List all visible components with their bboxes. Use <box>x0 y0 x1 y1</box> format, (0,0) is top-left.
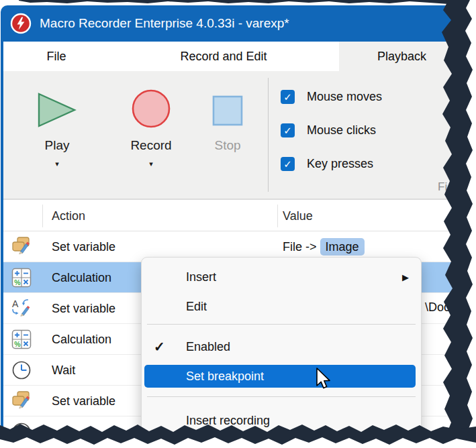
play-icon[interactable] <box>37 93 77 129</box>
calculation-icon: % <box>10 328 33 351</box>
column-divider[interactable] <box>277 205 278 227</box>
record-button[interactable]: Record <box>123 138 179 153</box>
mouse-cursor-icon <box>316 368 333 392</box>
tab-record-and-edit[interactable]: Record and Edit <box>134 42 314 71</box>
stop-icon <box>212 95 243 126</box>
menu-separator <box>147 324 416 325</box>
value-cell-partial: \Doc <box>425 300 450 315</box>
action-cell: Calculation <box>52 324 111 355</box>
window-left-border <box>1 42 3 440</box>
svg-text:%: % <box>14 278 21 286</box>
ribbon-tab-bar: File Record and Edit Playback <box>1 42 465 71</box>
value-token-image[interactable]: Image <box>320 238 365 256</box>
table-header: Action Value <box>3 201 465 231</box>
action-cell: Wait <box>52 355 75 386</box>
ribbon-group-label: Fi <box>438 180 447 194</box>
title-bar[interactable]: Macro Recorder Enterprise 4.0.33i - vare… <box>1 5 465 42</box>
tab-file[interactable]: File <box>13 42 100 71</box>
menu-item-enabled[interactable]: ✓ Enabled <box>142 333 421 361</box>
checkmark-icon: ✓ <box>154 333 165 361</box>
window-title: Macro Recorder Enterprise 4.0.33i - vare… <box>40 16 289 31</box>
menu-separator <box>147 396 416 397</box>
mouse-moves-checkbox[interactable]: ✓ <box>281 90 295 104</box>
mouse-moves-label[interactable]: Mouse moves <box>307 90 382 104</box>
value-prefix: File -> <box>283 240 320 254</box>
menu-item-edit[interactable]: Edit <box>142 292 421 321</box>
action-cell: Set variable <box>52 293 115 324</box>
menu-item-insert[interactable]: Insert ▶ <box>142 263 421 291</box>
calculation-icon: % <box>10 266 33 289</box>
wait-icon <box>10 359 33 382</box>
submenu-arrow-icon: ▶ <box>402 264 409 292</box>
menu-item-label: Set breakpoint <box>186 365 264 388</box>
menu-item-set-breakpoint[interactable]: Set breakpoint <box>144 365 416 388</box>
record-dropdown-arrow[interactable]: ▾ <box>144 160 158 168</box>
menu-item-label: Insert <box>186 263 216 291</box>
wait-icon <box>10 421 33 443</box>
action-cell: Calculation <box>52 262 111 293</box>
action-cell: Set variable <box>52 231 115 262</box>
stop-button: Stop <box>207 138 248 153</box>
menu-item-label: Insert recording <box>186 406 270 435</box>
ribbon-group-divider <box>268 78 269 192</box>
app-logo-icon <box>10 13 32 34</box>
svg-text:%: % <box>14 340 21 348</box>
mouse-clicks-checkbox[interactable]: ✓ <box>281 123 295 137</box>
context-menu: Insert ▶ Edit ✓ Enabled Set breakpoint I… <box>141 257 422 440</box>
menu-item-label: Enabled <box>186 333 230 361</box>
action-cell: Set variable <box>52 386 115 416</box>
play-button[interactable]: Play <box>36 138 79 153</box>
key-presses-label[interactable]: Key presses <box>307 157 373 171</box>
set-variable-icon <box>10 390 33 412</box>
set-variable-text-icon: A <box>10 297 33 320</box>
menu-item-insert-recording[interactable]: Insert recording <box>142 406 421 435</box>
column-header-value[interactable]: Value <box>283 201 313 231</box>
svg-text:A: A <box>12 298 19 309</box>
set-variable-icon <box>10 235 33 258</box>
play-dropdown-arrow[interactable]: ▾ <box>50 160 64 168</box>
screenshot-canvas: Macro Recorder Enterprise 4.0.33i - vare… <box>0 0 476 448</box>
tab-playback[interactable]: Playback <box>339 42 465 71</box>
menu-item-label: Edit <box>186 292 207 321</box>
column-divider[interactable] <box>42 205 43 227</box>
key-presses-checkbox[interactable]: ✓ <box>281 157 295 171</box>
record-icon[interactable] <box>131 89 171 129</box>
ribbon-playback: Play ▾ Record ▾ Stop ✓ Mouse moves ✓ Mou… <box>1 71 465 200</box>
column-header-action[interactable]: Action <box>52 201 85 231</box>
mouse-clicks-label[interactable]: Mouse clicks <box>307 123 376 137</box>
